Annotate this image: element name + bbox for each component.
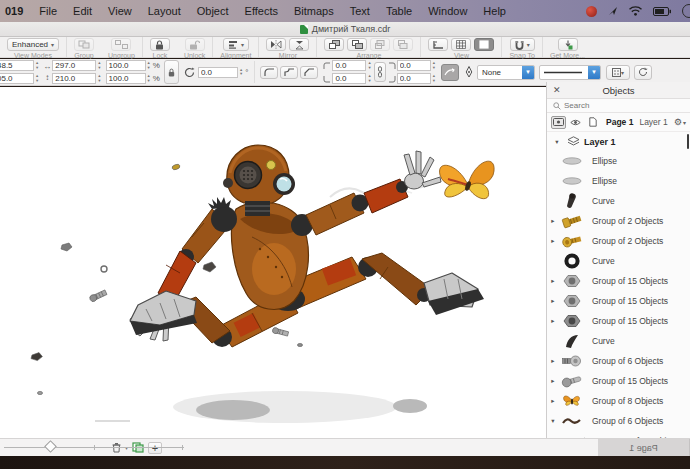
object-height-input[interactable]	[52, 73, 96, 84]
refresh-button[interactable]	[634, 65, 652, 80]
battery-icon[interactable]	[653, 7, 671, 16]
relative-corner-scaling-button[interactable]	[441, 64, 459, 81]
corner-radius-4-input[interactable]	[397, 73, 431, 84]
to-front-button[interactable]	[324, 38, 344, 51]
stepper-icon[interactable]: ▴▾	[147, 61, 151, 70]
expand-arrow-icon[interactable]: ▸	[547, 357, 559, 365]
corner-radius-3-input[interactable]	[332, 73, 366, 84]
panel-options-button[interactable]: ⚙▾	[674, 117, 686, 127]
outline-width-select[interactable]: None ▼	[477, 65, 535, 80]
stepper-icon[interactable]: ▴▾	[35, 74, 39, 83]
expand-arrow-icon[interactable]: ▸	[547, 397, 559, 405]
objects-search[interactable]	[547, 99, 690, 113]
objects-tree-item[interactable]: ▾ Group of 6 Objects	[547, 411, 690, 431]
ungroup-button[interactable]	[111, 38, 131, 51]
expand-arrow-icon[interactable]: ▾	[547, 417, 559, 425]
mirror-horizontal-button[interactable]	[266, 38, 286, 51]
objects-tree-item[interactable]: ▸ Group of 15 Objects	[547, 311, 690, 331]
layer-row[interactable]: ▾ Layer 1	[547, 132, 690, 151]
menu-item[interactable]: Window	[420, 5, 475, 17]
zoom-slider[interactable]	[4, 439, 184, 456]
show-pages-button[interactable]	[585, 116, 600, 129]
menu-item[interactable]: 019	[2, 5, 31, 17]
object-x-input[interactable]	[0, 60, 34, 71]
stepper-icon[interactable]: ▴▾	[35, 61, 39, 70]
menu-item[interactable]: View	[100, 5, 140, 17]
group-button[interactable]	[74, 38, 94, 51]
menu-item[interactable]: File	[31, 5, 65, 17]
show-layers-button[interactable]	[568, 116, 583, 129]
stepper-icon[interactable]: ▴▾	[97, 61, 101, 70]
clock-icon[interactable]	[682, 4, 690, 18]
menu-item[interactable]: Object	[189, 5, 237, 17]
unlock-button[interactable]	[185, 38, 205, 51]
scalloped-corner-button[interactable]	[280, 66, 298, 79]
objects-tree-item[interactable]: ▸ Group of 15 Objects	[547, 271, 690, 291]
active-page-label[interactable]: Page 1	[606, 117, 633, 127]
corner-radius-1-input[interactable]	[332, 60, 366, 71]
chamfered-corner-button[interactable]	[300, 66, 318, 79]
expand-arrow-icon[interactable]: ▸	[547, 317, 559, 325]
window-titlebar[interactable]: Дмитрий Ткаля.cdr	[0, 22, 690, 37]
active-layer-label[interactable]: Layer 1	[639, 117, 667, 127]
view-mode-dropdown[interactable]: Enhanced ▾	[7, 38, 59, 51]
menu-item[interactable]: Edit	[65, 5, 100, 17]
objects-tree-item[interactable]: ▸ Group of 2 Objects	[547, 211, 690, 231]
close-icon[interactable]: ✕	[553, 86, 561, 95]
round-corner-button[interactable]	[260, 66, 278, 79]
expand-arrow-icon[interactable]: ▾	[551, 138, 563, 146]
menu-item[interactable]: Text	[342, 5, 378, 17]
show-all-pages-button[interactable]	[551, 116, 566, 129]
zoom-slider-handle[interactable]	[44, 440, 57, 453]
to-back-button[interactable]	[347, 38, 367, 51]
stepper-icon[interactable]: ▴▾	[239, 68, 243, 77]
drawing-canvas[interactable]	[0, 87, 546, 438]
objects-tree-item[interactable]: ▸ Group of 6 Objects	[547, 351, 690, 371]
objects-tree-item[interactable]: Ellipse	[547, 151, 690, 171]
objects-tree-item[interactable]: Curve	[547, 251, 690, 271]
forward-one-button[interactable]	[370, 38, 390, 51]
menu-item[interactable]: Bitmaps	[286, 5, 342, 17]
expand-arrow-icon[interactable]: ▸	[547, 237, 559, 245]
objects-tree-item[interactable]: Curve	[547, 191, 690, 211]
expand-arrow-icon[interactable]: ▸	[547, 297, 559, 305]
search-input[interactable]	[564, 101, 674, 110]
stepper-icon[interactable]: ▴▾	[432, 61, 436, 70]
expand-arrow-icon[interactable]: ▸	[547, 217, 559, 225]
wifi-icon[interactable]	[629, 6, 642, 16]
back-one-button[interactable]	[393, 38, 413, 51]
scale-y-input[interactable]	[106, 73, 146, 84]
object-width-input[interactable]	[52, 60, 96, 71]
menu-item[interactable]: Layout	[140, 5, 189, 17]
stepper-icon[interactable]: ▴▾	[432, 74, 436, 83]
location-icon[interactable]	[608, 6, 618, 16]
expand-arrow-icon[interactable]: ▸	[547, 277, 559, 285]
stepper-icon[interactable]: ▴▾	[367, 61, 371, 70]
rulers-button[interactable]	[428, 38, 448, 51]
objects-tree-item[interactable]: Curve	[547, 331, 690, 351]
menu-item[interactable]: Help	[475, 5, 514, 17]
objects-tree-item[interactable]: ▸ Group of 8 Objects	[547, 391, 690, 411]
lock-button[interactable]	[150, 38, 170, 51]
alignment-dropdown[interactable]: ▾	[223, 38, 249, 51]
objects-tree-item[interactable]: ▸ Group of 15 Objects	[547, 291, 690, 311]
stepper-icon[interactable]: ▴▾	[147, 74, 151, 83]
corner-radius-2-input[interactable]	[397, 60, 431, 71]
lock-ratio-button[interactable]	[164, 60, 179, 84]
app-status-icon[interactable]	[586, 6, 597, 17]
scrollbar-thumb[interactable]	[687, 134, 690, 149]
expand-arrow-icon[interactable]: ▸	[547, 377, 559, 385]
scale-x-input[interactable]	[106, 60, 146, 71]
page-tab[interactable]: Page 1	[598, 439, 690, 456]
objects-tree-item[interactable]: ▸ Group of 15 Objects	[547, 371, 690, 391]
link-corners-button[interactable]	[374, 62, 386, 82]
line-style-select[interactable]: ▼	[539, 65, 601, 80]
page-border-button[interactable]	[474, 38, 494, 51]
stepper-icon[interactable]: ▴▾	[97, 74, 101, 83]
rotation-angle-input[interactable]	[198, 67, 238, 78]
menu-item[interactable]: Effects	[237, 5, 286, 17]
snap-to-dropdown[interactable]: ▾	[510, 38, 535, 51]
wireframe-options-dropdown[interactable]: ▾	[606, 65, 630, 80]
get-more-button[interactable]	[558, 38, 578, 51]
objects-tree-item[interactable]: Ellipse	[547, 171, 690, 191]
